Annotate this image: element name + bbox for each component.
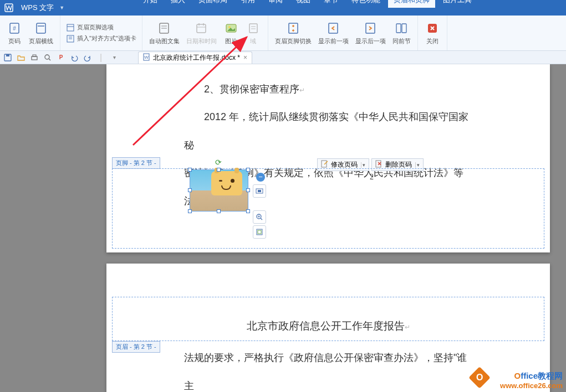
svg-rect-3	[37, 23, 45, 33]
close-hf-button[interactable]: 关闭	[421, 19, 443, 47]
hf-switch-button[interactable]: 页眉页脚切换	[272, 19, 315, 47]
resize-handle[interactable]	[246, 209, 250, 213]
svg-rect-13	[197, 24, 206, 33]
wm-url: www.office26.com	[500, 381, 563, 390]
footer-zone[interactable]	[112, 168, 544, 249]
picture-button[interactable]: 图片	[220, 19, 242, 47]
layout-tool-icon[interactable]	[253, 184, 266, 198]
autotext-button[interactable]: 自动图文集	[146, 19, 183, 47]
svg-rect-39	[258, 190, 261, 192]
qa-undo-icon[interactable]	[70, 53, 79, 62]
rotate-handle-icon[interactable]: ⟳	[215, 158, 223, 166]
tab-special[interactable]: 特色功能	[346, 0, 386, 8]
hf-switch-icon	[285, 20, 301, 36]
field-icon	[246, 20, 261, 36]
crop-tool-icon[interactable]	[253, 225, 266, 239]
page-number-display: 2	[370, 173, 374, 182]
svg-text:#: #	[13, 25, 16, 32]
same-prev-button[interactable]: 同前节	[389, 19, 414, 47]
insert-align-icon	[66, 34, 75, 43]
close-icon	[425, 20, 440, 36]
picture-label: 图片	[225, 37, 237, 45]
qa-open-icon[interactable]	[17, 53, 26, 62]
page-number-button[interactable]: # 页码	[3, 19, 26, 47]
qa-pdf-icon[interactable]: P	[57, 53, 65, 62]
insert-align-button[interactable]: 插入"对齐方式"选项卡	[64, 33, 139, 44]
hf-options-button[interactable]: 页眉页脚选项	[64, 22, 139, 33]
field-button[interactable]: 域	[242, 19, 264, 47]
svg-rect-22	[289, 23, 298, 33]
wm-brand-rest: ffice教程网	[521, 371, 563, 380]
resize-handle[interactable]	[217, 168, 221, 172]
svg-rect-36	[322, 161, 327, 167]
tab-review[interactable]: 审阅	[263, 0, 288, 8]
svg-rect-31	[33, 55, 36, 56]
autotext-icon	[156, 20, 172, 36]
header-zone[interactable]	[112, 297, 544, 341]
app-logo-icon	[2, 1, 16, 14]
inserted-image[interactable]: ⟳	[190, 169, 248, 212]
show-prev-button[interactable]: 显示前一项	[315, 19, 352, 47]
qa-more-icon[interactable]: ▾	[110, 53, 119, 62]
same-prev-label: 同前节	[392, 37, 411, 45]
prev-icon	[325, 20, 341, 36]
tab-view[interactable]: 视图	[290, 0, 316, 8]
svg-rect-45	[258, 230, 261, 234]
collapse-tool-icon[interactable]: −	[256, 173, 265, 182]
svg-rect-5	[67, 24, 74, 31]
image-side-tools: −	[253, 173, 266, 239]
svg-rect-26	[402, 24, 406, 33]
doc-icon: W	[143, 53, 150, 63]
qa-redo-icon[interactable]	[83, 53, 92, 62]
watermark: O Office教程网 www.office26.com	[500, 371, 563, 390]
doc-name: 北京政府统计工作年报.docx *	[153, 53, 240, 63]
show-prev-label: 显示前一项	[318, 37, 349, 45]
header-line-button[interactable]: 页眉横线	[26, 19, 57, 47]
title-bar: WPS 文字 ▼ 开始 插入 页面布局 引用 审阅 视图 章节 特色功能 页眉和…	[0, 0, 566, 16]
hf-options-label: 页眉页脚选项	[77, 23, 114, 32]
doc-close-icon[interactable]: ×	[243, 54, 247, 61]
next-icon	[363, 20, 378, 36]
insert-align-label: 插入"对齐方式"选项卡	[77, 34, 136, 43]
para-1: 2、贯彻保密审查程序	[204, 84, 299, 95]
tab-picture-tools[interactable]: 图片工具	[437, 0, 477, 8]
svg-text:W: W	[145, 55, 149, 60]
picture-icon	[223, 20, 239, 36]
svg-point-32	[45, 55, 49, 59]
qa-preview-icon[interactable]	[43, 53, 52, 62]
tab-header-footer[interactable]: 页眉和页脚	[388, 0, 435, 8]
header-section-tag: 页眉 - 第 2 节 -	[112, 341, 160, 353]
calendar-icon	[193, 20, 209, 36]
svg-rect-0	[5, 4, 13, 12]
resize-handle[interactable]	[246, 188, 250, 192]
para-2: 2012 年，统计局队继续贯彻落实《中华人民共和国保守国家秘	[184, 103, 472, 159]
svg-point-18	[228, 26, 231, 28]
qa-save-icon[interactable]	[3, 53, 12, 62]
title-dropdown-icon[interactable]: ▼	[57, 5, 67, 11]
giraffe-picture	[190, 170, 248, 211]
resize-handle[interactable]	[246, 168, 250, 172]
tab-sections[interactable]: 章节	[318, 0, 344, 8]
svg-rect-19	[249, 24, 257, 33]
page-1[interactable]: 2、贯彻保密审查程序↵ 2012 年，统计局队继续贯彻落实《中华人民共和国保守国…	[106, 64, 550, 252]
show-next-button[interactable]: 显示后一项	[352, 19, 389, 47]
document-tab[interactable]: W 北京政府统计工作年报.docx * ×	[138, 51, 252, 64]
zoom-tool-icon[interactable]	[253, 210, 266, 224]
tab-page-layout[interactable]: 页面布局	[193, 0, 233, 8]
return-icon: ↵	[299, 86, 305, 94]
header-line-icon	[33, 20, 49, 36]
page-number-label: 页码	[8, 37, 21, 45]
document-area: 2、贯彻保密审查程序↵ 2012 年，统计局队继续贯彻落实《中华人民共和国保守国…	[0, 64, 566, 392]
resize-handle[interactable]	[188, 188, 192, 192]
resize-handle[interactable]	[188, 168, 192, 172]
header-line-label: 页眉横线	[29, 37, 53, 45]
para-4: 法规的要求，严格执行《政府信息公开保密审查办法》，坚持"谁主	[184, 344, 472, 392]
resize-handle[interactable]	[188, 209, 192, 213]
ribbon: # 页码 页眉横线 页眉页脚选项 插入"对齐方式"选项卡 自动图文集 日期和时间…	[0, 16, 566, 51]
datetime-button[interactable]: 日期和时间	[183, 19, 220, 47]
qa-print-icon[interactable]	[30, 53, 39, 62]
tab-home[interactable]: 开始	[137, 0, 163, 8]
resize-handle[interactable]	[217, 209, 221, 213]
tab-insert[interactable]: 插入	[165, 0, 191, 8]
tab-references[interactable]: 引用	[235, 0, 261, 8]
